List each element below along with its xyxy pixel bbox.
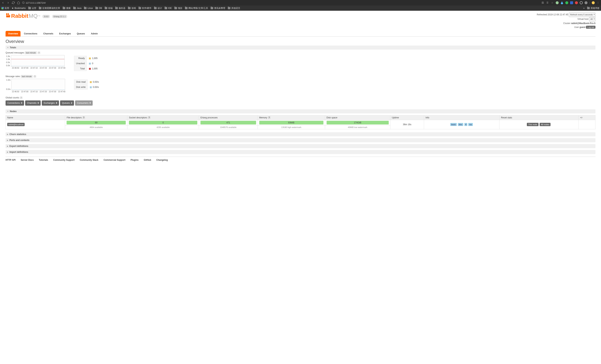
help-icon[interactable]: ? [33,75,36,78]
rates-legend: Disk read0.00/s Disk write0.00/s [74,79,101,90]
section-totals[interactable]: ▼ Totals [6,45,595,50]
info-tag: 4 [464,123,467,126]
logout-button[interactable]: Log out [586,26,595,29]
reload-icon[interactable] [12,1,15,4]
bookmark-folder[interactable]: 软件/硬件 [139,7,151,10]
bookmark-overflow[interactable]: » [583,7,585,10]
rates-y-axis: 1.0/s0.0/s [6,79,11,90]
ext-icon-1[interactable] [556,1,559,4]
footer-link[interactable]: Plugins [130,159,139,161]
section-nodes[interactable]: ▼ Nodes [6,109,595,113]
svg-rect-3 [9,15,10,16]
bookmark-folder[interactable]: 项目 [174,7,182,10]
svg-rect-1 [8,13,9,16]
menu-icon[interactable]: ⋮ [597,1,600,4]
help-icon[interactable]: ? [20,97,23,99]
bookmark-folder[interactable]: 前端 [105,7,113,10]
page-title: Overview [6,39,595,44]
tab-channels[interactable]: Channels [41,31,56,36]
help-icon[interactable]: ? [82,116,85,119]
queued-chart [11,55,65,67]
reset-this-node-button[interactable]: This node [527,123,538,126]
help-icon[interactable]: ? [38,52,40,54]
nav-tabs: Overview Connections Channels Exchanges … [6,31,595,37]
tab-exchanges[interactable]: Exchanges [57,31,73,36]
queued-range[interactable]: last minute [25,51,37,54]
tab-overview[interactable]: Overview [6,31,20,36]
reader-icon[interactable]: ☰ [546,1,549,4]
bookmark-bar: 应用 ★ Bookmarks 运营 近期需要读的文章 搜索 Java Linux… [0,6,601,11]
queued-legend: Ready1,005 Unacked0 Total1,005 [74,55,100,71]
help-icon[interactable]: ? [148,116,150,119]
count-channels[interactable]: Channels: 0 [25,101,41,106]
bookmark-folder[interactable]: 搜索 [63,7,71,10]
ext-icon-5[interactable] [575,1,578,4]
url-display[interactable]: ⓘ 127.0.0.1:15672/#/ [22,1,46,4]
key-icon[interactable]: ⚿ [541,1,544,4]
rates-x-axis: 22:46:5022:47:0022:47:1022:47:2022:47:30… [11,91,66,93]
section-churn[interactable]: ▶Churn statistics [6,132,595,136]
footer-link[interactable]: Changelog [156,159,168,161]
bookmark-folder[interactable]: 游戏 [128,7,136,10]
ext-icon-7[interactable] [585,1,588,4]
ext-icon-3[interactable] [565,1,568,4]
queued-y-axis: 1.5k1.0k0.5k0.0k [6,55,10,67]
bookmark-folder[interactable]: 其他语言 [228,7,240,10]
section-export[interactable]: ▶Export definitions [6,144,595,148]
rabbitmq-logo: RabbitMQTM [6,13,40,19]
rates-range[interactable]: last minute [21,75,33,78]
cluster-name: rabbit@MacBook-Pro-5 [571,22,595,25]
count-queues[interactable]: Queues: 2 [60,101,74,106]
footer-links: HTTP API Server Docs Tutorials Community… [6,157,595,161]
section-import[interactable]: ▶Import definitions [6,150,595,154]
count-connections[interactable]: Connections: 0 [6,101,24,106]
footer-link[interactable]: Community Support [53,159,75,161]
node-name-badge[interactable]: rabbit@localhost [7,123,25,126]
bookmark-folder[interactable]: 运营 [28,7,36,10]
footer-link[interactable]: Community Slack [80,159,98,161]
bookmark-folder[interactable]: 服务器 [115,7,125,10]
chevron-down-icon: ▼ [7,111,9,112]
forward-icon[interactable] [7,1,10,4]
toggle-columns[interactable]: +/- [579,115,595,120]
reset-all-nodes-button[interactable]: All nodes [540,123,551,126]
count-exchanges[interactable]: Exchanges: 8 [42,101,59,106]
table-row: rabbit@localhost 69 0 471 93MiB 174GiB 3… [6,120,595,125]
other-bookmarks[interactable]: 其他书签 [587,7,600,10]
svg-rect-0 [6,13,7,16]
refresh-interval-select[interactable]: Refresh every 5 seconds [569,13,595,17]
tab-connections[interactable]: Connections [21,31,40,36]
apps-icon[interactable]: 应用 [1,7,9,10]
rates-chart [11,79,65,90]
bookmark-folder[interactable]: Java [73,7,81,10]
home-icon[interactable] [17,1,20,4]
chevron-right-icon: ▶ [7,139,8,141]
ext-icon-2[interactable] [561,1,563,4]
footer-link[interactable]: Tutorials [39,159,48,161]
tab-admin[interactable]: Admin [88,31,100,36]
ext-icon-4[interactable] [570,1,573,4]
bookmark-folder[interactable]: 近期需要读的文章 [39,7,60,10]
back-icon[interactable] [1,1,4,4]
footer-link[interactable]: Server Docs [21,159,34,161]
bookmark-folder[interactable]: Linux [84,7,93,10]
rabbit-icon [6,13,11,19]
tab-queues[interactable]: Queues [74,31,88,36]
bookmark-folder[interactable]: 网站/博客/文章/工具 [185,7,208,10]
bookmark-item[interactable]: ★ Bookmarks [12,7,26,10]
vhost-select[interactable]: All [589,17,595,21]
section-ports[interactable]: ▶Ports and contexts [6,138,595,142]
footer-link[interactable]: Commercial Support [104,159,125,161]
profile-icon[interactable] [592,1,595,4]
footer-link[interactable]: HTTP API [6,159,16,161]
help-icon[interactable]: ? [268,116,270,119]
bookmark-folder[interactable]: 资讯未整理 [211,7,225,10]
ext-icon-6[interactable] [580,1,583,4]
bookmark-folder[interactable]: IDE [165,7,172,10]
chevron-right-icon: ▶ [7,133,8,135]
star-icon[interactable]: ☆ [551,1,554,4]
bookmark-folder[interactable]: DB [95,7,102,10]
count-consumers[interactable]: Consumers: 0 [75,101,93,106]
bookmark-folder[interactable]: 设计 [154,7,162,10]
footer-link[interactable]: GitHub [144,159,151,161]
